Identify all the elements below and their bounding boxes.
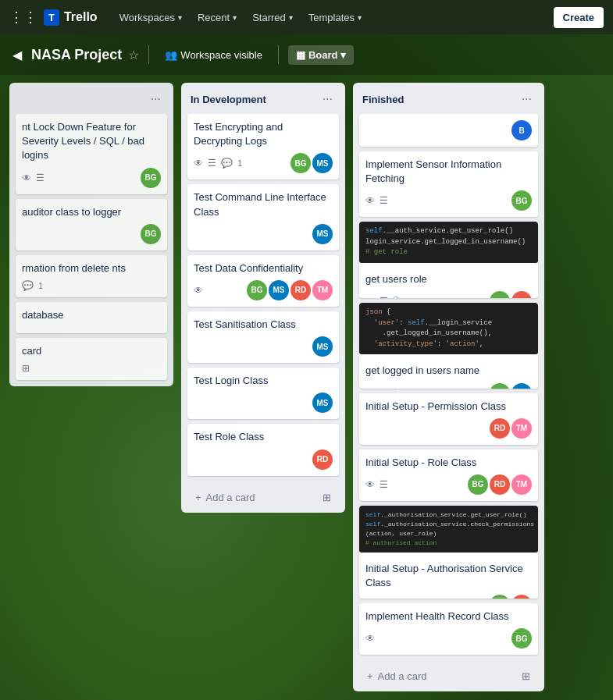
list-item[interactable]: rmation from delete nts 💬 1 — [16, 255, 167, 297]
list-item[interactable]: Test Encrypting and Decrypting Logs 👁 ☰ … — [187, 114, 339, 179]
avatar: B — [511, 120, 532, 140]
attachment-count: 1 — [409, 297, 414, 298]
chevron-down-icon: ▾ — [233, 13, 237, 22]
list-item[interactable]: card ⊞ — [16, 338, 167, 380]
avatar: TM — [312, 280, 333, 300]
avatars: BG — [511, 628, 532, 648]
list-item[interactable]: Initial Setup - Role Class 👁 ☰ BG RD TM — [359, 449, 538, 501]
avatar: RD — [490, 418, 510, 439]
column-title: Finished — [362, 94, 404, 105]
list-item[interactable]: Test Sanitisation Class MS — [187, 311, 339, 363]
list-item[interactable]: Test Role Class RD — [187, 424, 339, 475]
trello-brand: Trello — [64, 10, 98, 24]
board-view-button[interactable]: ▦ Board ▾ — [288, 45, 355, 65]
card-title: Implement Sensor Information Fetching — [365, 158, 532, 186]
eye-icon: 👁 — [365, 633, 375, 644]
avatar: RD — [511, 291, 532, 298]
separator — [278, 45, 279, 64]
list-item[interactable]: B — [359, 114, 538, 147]
column-cards: nt Lock Down Feature for Severity Levels… — [9, 114, 173, 386]
eye-icon: 👁 — [365, 388, 375, 389]
card-title: get users role — [365, 272, 532, 286]
list-item[interactable]: Test Command Line Interface Class MS — [187, 184, 339, 250]
card-title: Initial Setup - Permission Class — [365, 400, 532, 414]
list-item[interactable]: Implement Health Record Class 👁 BG — [359, 603, 538, 655]
grid-icon[interactable]: ⋮⋮ — [9, 9, 37, 26]
card-title: Test Command Line Interface Class — [194, 190, 333, 219]
avatars: BG RD — [490, 291, 532, 298]
avatar: MS — [312, 224, 333, 244]
comment-icon: 💬 — [221, 158, 233, 169]
list-item[interactable]: Implement Sensor Information Fetching 👁 … — [359, 151, 538, 217]
card-title: Initial Setup - Role Class — [365, 456, 532, 470]
trello-logo: T — [44, 9, 59, 26]
workspace-visibility[interactable]: 👥 Workspace visible — [159, 46, 269, 64]
column-menu-button[interactable]: ··· — [319, 91, 336, 108]
recent-menu[interactable]: Recent ▾ — [191, 9, 243, 27]
list-item[interactable]: Test Login Class MS — [187, 368, 339, 419]
card-meta: MS — [194, 224, 333, 244]
card-title: Test Login Class — [194, 374, 333, 388]
avatar: MS — [312, 393, 333, 413]
list-item[interactable]: json { 'user': self.__login_service .get… — [359, 303, 538, 388]
avatar: BG — [468, 474, 488, 495]
create-button[interactable]: Create — [554, 7, 604, 28]
list-icon: ☰ — [36, 172, 45, 183]
card-title: Test Data Confidentiality — [194, 261, 333, 275]
avatar: BG — [490, 383, 510, 389]
column-menu-button[interactable]: ··· — [148, 91, 164, 108]
card-title: nt Lock Down Feature for Severity Levels… — [22, 120, 161, 163]
card-title: Test Encrypting and Decrypting Logs — [194, 120, 333, 148]
chevron-down-icon: ▾ — [178, 13, 182, 22]
top-navigation: ⋮⋮ T Trello Workspaces ▾ Recent ▾ Starre… — [0, 0, 613, 34]
avatar: BG — [511, 628, 532, 648]
list-item[interactable]: self._authorisation_service.get_user_rol… — [359, 506, 538, 599]
card-title: Test Sanitisation Class — [194, 318, 333, 332]
templates-menu[interactable]: Templates ▾ — [302, 9, 368, 27]
card-meta: 👁 ☰ BG — [22, 168, 161, 188]
column-cards: B Implement Sensor Information Fetching … — [353, 114, 544, 661]
card-meta: ⊞ — [22, 363, 161, 374]
eye-icon: 👁 — [194, 158, 203, 169]
avatars: MS — [312, 224, 333, 244]
avatar: TM — [511, 474, 532, 495]
list-item[interactable]: database — [16, 302, 167, 333]
avatar: MS — [269, 280, 289, 300]
list-item[interactable]: Test Data Confidentiality 👁 BG MS RD TM — [187, 255, 339, 307]
comment-count: 1 — [38, 281, 43, 290]
list-item[interactable]: nt Lock Down Feature for Severity Levels… — [16, 114, 167, 194]
card-title: Test Role Class — [194, 430, 333, 444]
comment-icon: 💬 — [22, 280, 34, 291]
column-title: In Development — [191, 94, 266, 105]
avatars: BG — [141, 168, 161, 188]
card-meta: RD TM — [365, 418, 532, 439]
column-header: ··· — [9, 83, 173, 114]
avatar: MS — [511, 383, 532, 389]
board-content: ··· nt Lock Down Feature for Severity Le… — [0, 75, 613, 700]
card-title: rmation from delete nts — [22, 261, 161, 275]
add-card-button[interactable]: + Add a card ⊞ — [359, 664, 538, 688]
column-partial: ··· nt Lock Down Feature for Severity Le… — [9, 83, 173, 386]
avatars: RD TM — [490, 418, 532, 439]
column-in-development: In Development ··· Test Encrypting and D… — [181, 83, 345, 513]
avatars: RD — [312, 449, 333, 470]
card-meta: B — [365, 120, 532, 140]
starred-menu[interactable]: Starred ▾ — [246, 9, 299, 27]
eye-icon: 👁 — [365, 296, 375, 298]
add-card-button[interactable]: + Add a card ⊞ — [187, 485, 339, 510]
avatars: MS — [312, 336, 333, 357]
paperclip-icon: 📎 — [393, 296, 405, 298]
list-item[interactable]: auditor class to logger BG — [16, 199, 167, 251]
list-item[interactable]: Initial Setup - Permission Class RD TM — [359, 393, 538, 445]
avatars: BG RD TM — [468, 474, 532, 495]
list-item[interactable]: self.__auth_service.get_user_role() logi… — [359, 222, 538, 298]
star-icon[interactable]: ☆ — [128, 48, 139, 62]
board-header: ◀ NASA Project ☆ 👥 Workspace visible ▦ B… — [0, 34, 613, 75]
workspaces-menu[interactable]: Workspaces ▾ — [113, 9, 188, 27]
sidebar-toggle-button[interactable]: ◀ — [9, 44, 25, 66]
card-meta: 👁 ☰ 📎 1 BG MS — [365, 383, 532, 389]
column-menu-button[interactable]: ··· — [519, 91, 535, 108]
card-title: Implement Health Record Class — [365, 609, 532, 624]
avatar: MS — [312, 153, 333, 173]
list-icon: ☰ — [380, 195, 388, 206]
